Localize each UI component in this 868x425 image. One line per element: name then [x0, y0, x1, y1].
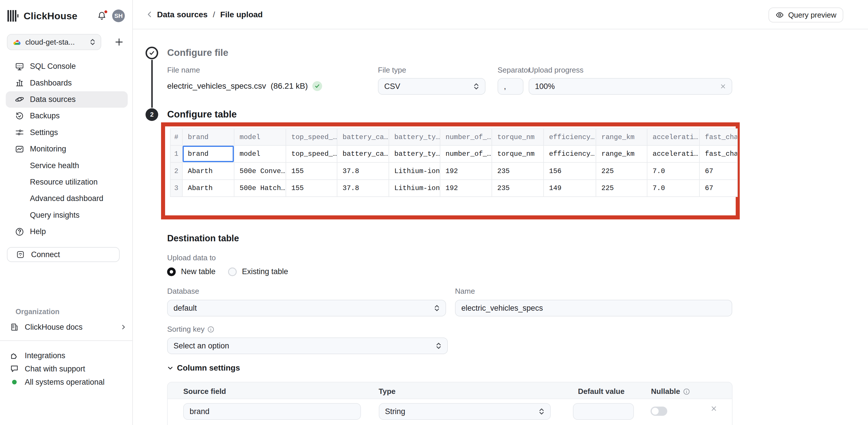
chevron-updown-icon — [436, 342, 441, 349]
file-type-select[interactable]: CSV — [378, 78, 486, 95]
preview-row-2: 2Abarth500e Conve…15537.8Lithium-ion1922… — [170, 162, 737, 179]
clickhouse-logo[interactable]: ClickHouse — [7, 10, 78, 22]
preview-cell[interactable]: torque_nm — [492, 145, 544, 162]
chevron-updown-icon — [434, 305, 440, 312]
preview-cell: 156 — [544, 162, 596, 179]
sidebar-item-advanced-dashboard[interactable]: Advanced dashboard — [6, 190, 128, 207]
preview-cell: 500e Hatch… — [234, 180, 286, 197]
breadcrumb: Data sources / File upload — [157, 0, 262, 29]
sidebar-item-settings[interactable]: Settings — [6, 124, 128, 141]
check-badge-icon — [312, 81, 322, 91]
step-rail — [151, 60, 153, 108]
configure-file-title: Configure file — [167, 47, 228, 58]
sidebar-item-label: Service health — [30, 161, 79, 170]
preview-cell: Abarth — [182, 180, 234, 197]
notification-dot — [103, 9, 108, 14]
breadcrumb-data-sources[interactable]: Data sources — [157, 10, 208, 19]
preview-cell[interactable]: number_of_… — [440, 145, 492, 162]
sidebar-item-service-health[interactable]: Service health — [6, 157, 128, 174]
preview-cell[interactable]: model — [234, 145, 286, 162]
sidebar-item-dashboards[interactable]: Dashboards — [6, 75, 128, 91]
toggle-knob — [652, 408, 659, 415]
sidebar-item-label: Dashboards — [30, 79, 72, 88]
destination-table-title: Destination table — [167, 233, 239, 244]
clickhouse-logo-icon — [7, 10, 19, 22]
source-field-header: Source field — [183, 387, 226, 396]
bell-icon[interactable] — [96, 10, 107, 22]
sorting-key-select[interactable]: Select an option — [167, 337, 448, 354]
query-preview-button[interactable]: Query preview — [769, 7, 843, 23]
sidebar-item-label: All systems operational — [25, 378, 105, 387]
sidebar-item-label: SQL Console — [30, 62, 76, 71]
preview-row-1: 1brandmodeltop_speed_…battery_ca…battery… — [170, 145, 737, 162]
row-number: 3 — [170, 180, 182, 197]
connect-label: Connect — [31, 250, 60, 259]
preview-cell: 500e Conve… — [234, 162, 286, 179]
sidebar-item-label: Advanced dashboard — [30, 194, 103, 203]
radio-existing-table-label[interactable]: Existing table — [242, 267, 288, 276]
file-type-label: File type — [378, 66, 406, 75]
preview-cell[interactable]: efficiency… — [544, 145, 596, 162]
sidebar-item-backups[interactable]: Backups — [6, 108, 128, 124]
sidebar-divider — [0, 340, 132, 341]
preview-cell[interactable]: battery_ca… — [337, 145, 389, 162]
sidebar-item-data-sources[interactable]: Data sources — [6, 91, 128, 108]
preview-cell[interactable]: range_km — [596, 145, 647, 162]
preview-cell: 155 — [286, 162, 337, 179]
sidebar-item-resource-utilization[interactable]: Resource utilization — [6, 174, 128, 190]
connect-button[interactable]: Connect — [7, 247, 120, 262]
nullable-header: Nullable — [651, 387, 690, 396]
sidebar-item-monitoring[interactable]: Monitoring — [6, 141, 128, 157]
configure-table-title: Configure table — [167, 109, 237, 120]
default-value-input[interactable] — [573, 403, 634, 420]
preview-cell[interactable]: accelerati… — [647, 145, 700, 162]
preview-cell[interactable]: fast_cha — [700, 145, 737, 162]
database-select[interactable]: default — [167, 300, 446, 316]
breadcrumb-file-upload: File upload — [220, 10, 263, 19]
radio-existing-table[interactable] — [228, 267, 237, 276]
separator-value: , — [504, 82, 506, 91]
preview-cell: 37.8 — [337, 162, 389, 179]
file-name-row: electric_vehicles_specs.csv (86.21 kB) — [167, 81, 322, 91]
sidebar-item-system-status[interactable]: All systems operational — [9, 375, 127, 389]
organization-section-label: Organization — [16, 308, 60, 316]
radio-new-table-label[interactable]: New table — [181, 267, 215, 276]
table-name-input[interactable]: electric_vehicles_specs — [455, 300, 732, 316]
database-value: default — [174, 304, 431, 313]
nullable-toggle[interactable] — [651, 406, 667, 416]
no-icon — [15, 194, 24, 203]
type-value: String — [385, 407, 535, 416]
sidebar-item-query-insights[interactable]: Query insights — [6, 207, 128, 223]
info-icon[interactable] — [207, 326, 214, 333]
back-button[interactable] — [143, 8, 156, 21]
sidebar-item-clickhouse-docs[interactable]: ClickHouse docs — [9, 320, 127, 334]
sidebar-item-chat-with-support[interactable]: Chat with support — [9, 362, 127, 375]
upload-data-to-label: Upload data to — [167, 253, 216, 262]
preview-cell: 37.8 — [337, 180, 389, 197]
column-settings-toggle[interactable]: Column settings — [167, 363, 240, 373]
avatar[interactable]: SH — [112, 9, 125, 22]
docs-icon — [10, 322, 19, 332]
preview-cell[interactable]: top_speed_… — [286, 145, 337, 162]
no-icon — [15, 161, 24, 170]
info-icon[interactable] — [683, 388, 690, 395]
remove-column-icon[interactable] — [711, 405, 717, 412]
preview-cell[interactable]: battery_ty… — [389, 145, 440, 162]
separator-input[interactable]: , — [498, 78, 523, 95]
sidebar-item-integrations[interactable]: Integrations — [9, 349, 127, 362]
preview-cell: 225 — [596, 162, 647, 179]
sidebar-item-sql-console[interactable]: SQL Console — [6, 58, 128, 75]
preview-cell[interactable]: brand — [182, 145, 234, 162]
service-switcher[interactable]: cloud-get-sta... — [7, 34, 101, 50]
preview-header-row: #brandmodeltop_speed_…battery_ca…battery… — [170, 129, 737, 145]
file-type-value: CSV — [384, 82, 470, 91]
preview-column-header: fast_cha — [700, 129, 737, 145]
source-field-input[interactable] — [183, 403, 361, 420]
radio-new-table[interactable] — [167, 267, 176, 276]
add-service-button[interactable] — [113, 36, 125, 48]
type-select[interactable]: String — [379, 403, 551, 420]
step-1-indicator — [146, 47, 158, 59]
sidebar-item-help[interactable]: Help — [6, 223, 128, 240]
clear-upload-icon[interactable] — [720, 84, 726, 89]
chat-icon — [10, 364, 19, 373]
